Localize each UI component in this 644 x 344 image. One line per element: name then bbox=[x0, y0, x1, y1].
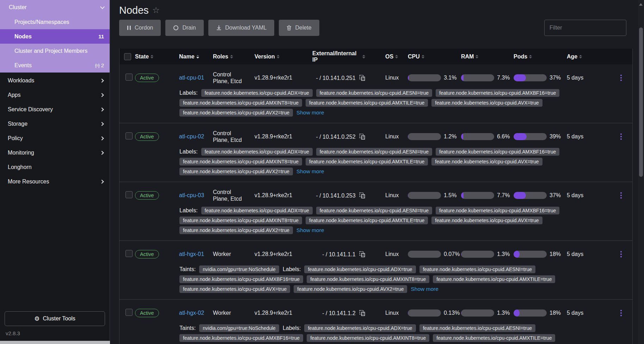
row-actions-menu-icon[interactable] bbox=[618, 131, 624, 142]
label-badge: feature.node.kubernetes.io/cpu-cpuid.AMX… bbox=[179, 99, 302, 107]
favorite-star-icon[interactable]: ☆ bbox=[152, 5, 160, 15]
node-version: v1.28.9+rke2r1 bbox=[253, 251, 311, 257]
sort-icon bbox=[422, 55, 424, 58]
labels-prefix-label: Labels: bbox=[283, 266, 301, 273]
sidebar-item-nodes[interactable]: Nodes 11 bbox=[0, 29, 110, 44]
drain-button[interactable]: Drain bbox=[165, 20, 203, 36]
label-badge: feature.node.kubernetes.io/cpu-cpuid.AES… bbox=[419, 324, 535, 332]
nodes-count-badge: 11 bbox=[98, 33, 104, 39]
row-checkbox[interactable] bbox=[125, 250, 133, 257]
ram-gauge: 1.3% bbox=[459, 251, 512, 258]
ram-gauge: 7.7% bbox=[459, 192, 512, 199]
column-header-version[interactable]: Version bbox=[253, 54, 311, 60]
sort-icon bbox=[362, 55, 365, 58]
label-badge: feature.node.kubernetes.io/cpu-cpuid.AMX… bbox=[179, 217, 302, 224]
sort-icon bbox=[230, 55, 233, 58]
row-checkbox[interactable] bbox=[125, 74, 133, 81]
pods-gauge: 39% bbox=[512, 133, 565, 140]
node-name-link[interactable]: atl-cpu-02 bbox=[179, 133, 204, 139]
node-ip: - / 10.141.0.253 bbox=[311, 192, 381, 199]
label-badge: feature.node.kubernetes.io/cpu-cpuid.AES… bbox=[419, 265, 535, 273]
node-ip: - / 10.141.1.1 bbox=[311, 251, 381, 258]
delete-button[interactable]: Delete bbox=[279, 20, 319, 36]
sidebar-item-projects-namespaces[interactable]: Projects/Namespaces bbox=[0, 15, 110, 29]
status-badge: Active bbox=[135, 74, 159, 82]
column-header-age[interactable]: Age bbox=[565, 54, 589, 60]
sidebar-item-service-discovery[interactable]: Service Discovery bbox=[0, 102, 110, 117]
node-os: Linux bbox=[381, 192, 406, 199]
sidebar-item-workloads[interactable]: Workloads bbox=[0, 73, 110, 88]
sidebar-item-events[interactable]: Events {=} 2 bbox=[0, 58, 110, 73]
sidebar-item-apps[interactable]: Apps bbox=[0, 88, 110, 102]
node-name-link[interactable]: atl-hgx-01 bbox=[179, 251, 204, 257]
label-badge: feature.node.kubernetes.io/cpu-cpuid.AMX… bbox=[433, 275, 555, 283]
node-os: Linux bbox=[381, 251, 406, 257]
column-header-pods[interactable]: Pods bbox=[512, 54, 565, 60]
vertical-scrollbar[interactable] bbox=[638, 0, 644, 344]
label-badge: feature.node.kubernetes.io/cpu-cpuid.AVX… bbox=[294, 285, 407, 293]
label-badge: feature.node.kubernetes.io/cpu-cpuid.ADX… bbox=[304, 324, 416, 332]
table-row: Active atl-cpu-01 Control Plane, Etcd v1… bbox=[119, 64, 632, 123]
column-header-cpu[interactable]: CPU bbox=[406, 54, 459, 60]
sidebar-item-longhorn[interactable]: Longhorn bbox=[0, 160, 110, 174]
copy-icon[interactable] bbox=[359, 251, 365, 257]
app-version: v2.8.3 bbox=[6, 330, 105, 336]
sidebar-item-more-resources[interactable]: More Resources bbox=[0, 174, 110, 189]
chevron-right-icon bbox=[100, 122, 104, 126]
column-header-ip[interactable]: External/Internal IP bbox=[311, 50, 381, 63]
table-body: Active atl-cpu-01 Control Plane, Etcd v1… bbox=[119, 64, 632, 344]
column-header-name[interactable]: Name bbox=[178, 54, 211, 60]
cpu-gauge: 0.07% bbox=[406, 251, 459, 258]
label-badge: feature.node.kubernetes.io/cpu-cpuid.AES… bbox=[316, 148, 432, 156]
show-more-link[interactable]: Show more bbox=[411, 286, 438, 292]
trash-icon bbox=[287, 25, 292, 31]
label-badge: feature.node.kubernetes.io/cpu-cpuid.AMX… bbox=[179, 334, 303, 342]
sidebar-item-cluster-project-members[interactable]: Cluster and Project Members bbox=[0, 44, 110, 58]
column-header-ram[interactable]: RAM bbox=[459, 54, 512, 60]
copy-icon[interactable] bbox=[359, 133, 365, 140]
sidebar-item-cluster[interactable]: Cluster bbox=[0, 0, 110, 15]
sort-icon bbox=[196, 55, 199, 58]
row-actions-menu-icon[interactable] bbox=[618, 249, 624, 259]
node-roles: Worker bbox=[211, 251, 253, 257]
taint-badge: nvidia.com/gpu=true:NoSchedule bbox=[199, 265, 279, 273]
select-all-checkbox[interactable] bbox=[124, 53, 131, 60]
sidebar-item-storage[interactable]: Storage bbox=[0, 117, 110, 131]
column-header-roles[interactable]: Roles bbox=[211, 54, 253, 60]
taints-prefix-label: Taints: bbox=[179, 325, 196, 331]
scrollbar-thumb[interactable] bbox=[639, 27, 643, 177]
row-actions-menu-icon[interactable] bbox=[618, 190, 624, 201]
copy-icon[interactable] bbox=[359, 75, 365, 81]
column-header-os[interactable]: OS bbox=[381, 54, 406, 60]
cordon-button[interactable]: Cordon bbox=[119, 20, 161, 36]
download-yaml-button[interactable]: Download YAML bbox=[208, 20, 275, 36]
column-header-state[interactable]: State bbox=[134, 54, 178, 60]
sidebar-item-monitoring[interactable]: Monitoring bbox=[0, 145, 110, 160]
status-badge: Active bbox=[135, 191, 159, 200]
node-os: Linux bbox=[381, 310, 406, 316]
show-more-link[interactable]: Show more bbox=[296, 110, 324, 116]
copy-icon[interactable] bbox=[359, 192, 365, 199]
show-more-link[interactable]: Show more bbox=[296, 227, 324, 233]
row-checkbox[interactable] bbox=[125, 132, 133, 139]
node-name-link[interactable]: atl-hgx-02 bbox=[179, 310, 204, 316]
scrollbar-up-arrow-icon[interactable] bbox=[639, 3, 643, 6]
label-badge: feature.node.kubernetes.io/cpu-cpuid.AMX… bbox=[307, 275, 429, 283]
filter-input[interactable] bbox=[544, 20, 626, 36]
node-name-link[interactable]: atl-cpu-03 bbox=[179, 192, 204, 198]
cluster-tools-button[interactable]: ⚙ Cluster Tools bbox=[5, 311, 105, 326]
sidebar-item-policy[interactable]: Policy bbox=[0, 131, 110, 145]
show-more-link[interactable]: Show more bbox=[296, 168, 324, 175]
label-badge: feature.node.kubernetes.io/cpu-cpuid.AVX… bbox=[431, 158, 542, 165]
node-name-link[interactable]: atl-cpu-01 bbox=[179, 75, 204, 81]
events-count-badge: {=} 2 bbox=[95, 62, 104, 68]
row-checkbox[interactable] bbox=[125, 191, 133, 198]
label-badge: feature.node.kubernetes.io/cpu-cpuid.AVX… bbox=[179, 109, 293, 117]
labels-section: Labels:feature.node.kubernetes.io/cpu-cp… bbox=[179, 207, 629, 240]
row-checkbox[interactable] bbox=[125, 309, 133, 316]
table-header: State Name Roles Version External/Intern… bbox=[119, 49, 632, 64]
row-actions-menu-icon[interactable] bbox=[618, 308, 624, 318]
labels-prefix-label: Labels: bbox=[179, 90, 198, 96]
copy-icon[interactable] bbox=[359, 310, 365, 316]
row-actions-menu-icon[interactable] bbox=[618, 73, 624, 83]
